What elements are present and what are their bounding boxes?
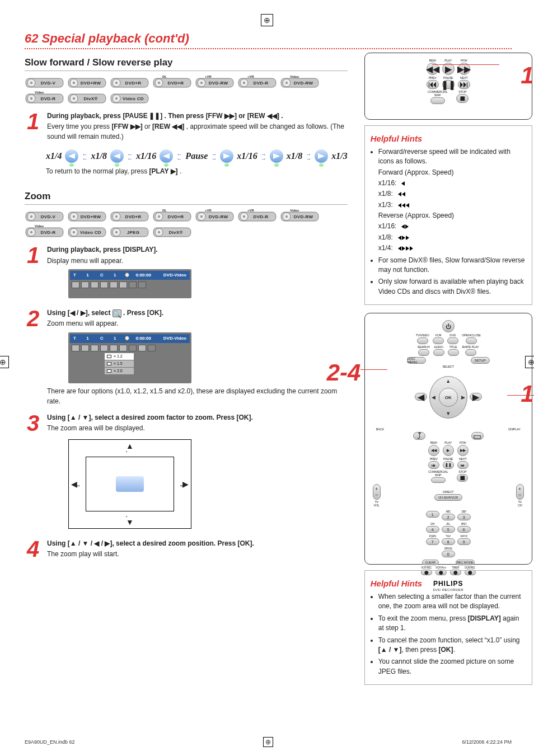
rc-clear-button[interactable]: CLEAR [422, 560, 439, 565]
zoom-option-icon [107, 362, 111, 365]
footer-left: E9A90UD_EN.indb 62 [25, 739, 75, 745]
speed-label: x1/16 [136, 151, 156, 161]
disc-badge: Video CD [110, 92, 149, 105]
rc-ok-button[interactable]: OK [439, 388, 458, 407]
rc-button[interactable]: ● [421, 570, 432, 575]
rc-numpad-8[interactable]: 8 [442, 538, 455, 545]
rc-tvch-label: TV CH [518, 500, 522, 507]
rc-button[interactable]: ● [450, 570, 461, 575]
rc-button[interactable]: ⏭ [457, 461, 469, 469]
zoom-option-list: × 1.2 × 1.5 × 2.0 [105, 353, 134, 375]
svg-marker-24 [273, 153, 280, 159]
z1c: . [156, 246, 157, 253]
rc-skip: SKIP [434, 93, 441, 97]
panel-Cval: 1 [114, 272, 116, 279]
rc-label: DVD [449, 334, 456, 337]
z2g: Zoom menu will appear. [47, 319, 348, 328]
rc-button[interactable] [418, 349, 429, 356]
rc-button[interactable] [448, 349, 459, 356]
hint-bot-3: To cancel the zoom function, select “x1.… [378, 636, 526, 655]
rev-label: Reverse (Approx. Speed) [378, 211, 526, 220]
rc-dpad-left-ext[interactable]: ◀ [415, 393, 427, 401]
disc-badge: Video CD [67, 226, 106, 238]
speed-label: x1/3 [331, 151, 347, 161]
speed-rev-icon [160, 149, 173, 163]
rc-numpad-5[interactable]: 5 [442, 526, 455, 533]
callout-1: 1 [521, 62, 533, 89]
rc-setup-button[interactable]: SETUP [471, 357, 490, 364]
rc-button[interactable] [447, 337, 458, 344]
remote-diagram-small: 1 REW◀◀ PLAY▶ FFW▶▶ PREV⏮ PAUSE❚❚ NEXT⏭ … [364, 53, 532, 120]
rc-button[interactable]: ● [435, 570, 447, 575]
speed-label: x1/8 [91, 151, 106, 161]
zoom-opt-3: × 2.0 [114, 368, 123, 374]
rc-display-button[interactable]: ▭ [471, 432, 484, 440]
rc-skip2: SKIP [435, 473, 442, 477]
registration-mark-left: ⊕ [0, 356, 9, 368]
ok-button-ref-4: [OK] [439, 646, 453, 654]
rc-numpad-3[interactable]: 3 [457, 514, 471, 520]
rc-ch-skip-button[interactable]: CH SKIP/VCR [434, 494, 462, 501]
rc-button[interactable] [466, 337, 477, 344]
rc-prev-button[interactable]: ⏮ [427, 80, 439, 89]
rc-button[interactable]: ❚❚ [443, 461, 454, 469]
rc-label: TITLE [449, 345, 457, 349]
rc-commercial-skip-button-2[interactable] [431, 477, 446, 483]
zoom-step1-body: During playback, press [DISPLAY]. Displa… [47, 245, 348, 302]
svg-marker-23 [223, 153, 230, 159]
z2f: . [162, 309, 163, 317]
rc-numpad-9[interactable]: 9 [457, 538, 471, 545]
callout-line-l [360, 369, 387, 370]
rc-rec-mode-button[interactable]: REC MODE [456, 560, 475, 565]
rc-tv-ch[interactable]: +− [516, 484, 524, 500]
panel2-right: DVD-Video [163, 335, 186, 342]
rc-back-button[interactable]: ⤴ [413, 432, 425, 440]
panel-C: C [100, 272, 104, 279]
arrow-left-icon: ←← [82, 152, 87, 161]
zoom-position-icon [116, 476, 144, 492]
rc-button[interactable]: ● [465, 570, 476, 575]
rc-button[interactable]: ▶ [443, 445, 454, 456]
rc-power-button[interactable]: ⏻ [442, 320, 455, 332]
rc-commercial-skip-button[interactable] [430, 97, 445, 104]
rc-button[interactable] [465, 349, 476, 356]
rc-tv-vol[interactable]: +− [373, 484, 381, 500]
disc-badge: DVD+RW [67, 210, 106, 223]
rc-button[interactable]: ▶▶ [457, 445, 469, 456]
rc-button[interactable]: ◀◀ [428, 445, 439, 456]
rc-disc-menu-button[interactable]: DISC MENU [407, 357, 426, 364]
step1b-pre: Every time you press [47, 123, 111, 130]
svg-marker-22 [163, 153, 170, 159]
disc-badge: DVD-RVideo [25, 92, 64, 105]
rc-dpad-up-icon: ▲ [446, 378, 451, 384]
rc-pause-button[interactable]: ❚❚ [442, 80, 455, 89]
rc-numpad-6[interactable]: 6 [457, 526, 471, 533]
zoom-opt-2: × 1.5 [114, 361, 123, 367]
z1d: Display menu will appear. [47, 256, 348, 266]
rc-numpad-1[interactable]: 1 [426, 511, 439, 518]
zoom-step3-body: Using [▲ / ▼], select a desired zoom fac… [47, 413, 348, 532]
zoom-step4-num: 4 [25, 539, 41, 560]
rc-numpad-sublabel: PQRS [429, 535, 436, 538]
rc-button[interactable] [433, 337, 444, 344]
rc-numpad-0[interactable]: 0 [442, 551, 455, 557]
z3e: . [251, 414, 253, 421]
rc-stop-button[interactable]: ■ [456, 94, 469, 103]
slow-fwd-3-icon [395, 203, 414, 208]
rc-next-button[interactable]: ⏭ [458, 80, 470, 89]
rc-button[interactable] [417, 337, 428, 344]
rc-button[interactable] [433, 349, 444, 356]
brand-sublabel: DVD RECORDER [373, 588, 524, 591]
rc-dpad-right-ext[interactable]: ▶ [470, 393, 482, 401]
rc-select-label: SELECT [373, 365, 524, 368]
zoom-step3-num: 3 [25, 413, 41, 532]
rc-button[interactable]: ⏮ [428, 461, 439, 469]
rc-stop-button-2[interactable]: ■ [457, 474, 468, 482]
z4f: The zoom play will start. [47, 550, 348, 559]
rc-numpad-2[interactable]: 2 [442, 514, 455, 520]
rc-numpad-4[interactable]: 4 [426, 526, 439, 533]
hb3e: . [453, 646, 455, 654]
hint-bot-4: You cannot slide the zoomed picture on s… [378, 657, 526, 677]
rc-tvvol-label: TV VOL [374, 500, 380, 507]
rc-numpad-7[interactable]: 7 [426, 538, 439, 545]
